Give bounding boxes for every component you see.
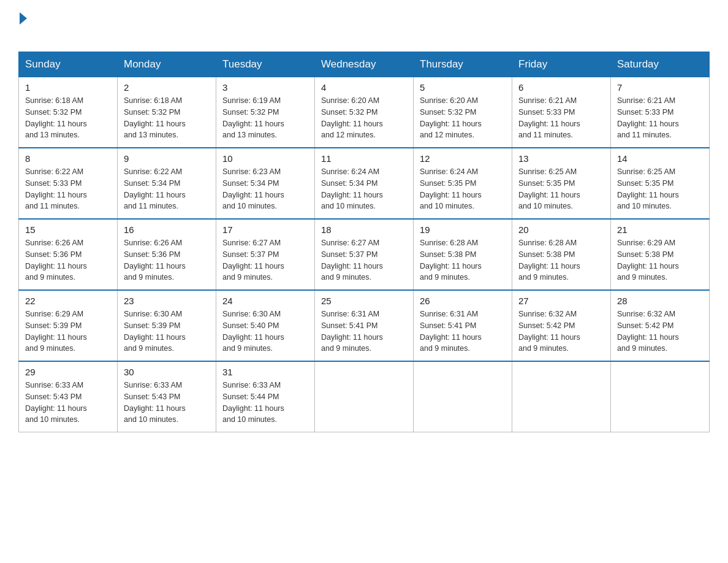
day-info: Sunrise: 6:30 AMSunset: 5:39 PMDaylight:… [124,310,186,353]
day-info: Sunrise: 6:29 AMSunset: 5:39 PMDaylight:… [25,310,87,353]
calendar-week-row: 1 Sunrise: 6:18 AMSunset: 5:32 PMDayligh… [19,77,710,148]
day-info: Sunrise: 6:30 AMSunset: 5:40 PMDaylight:… [222,310,284,353]
weekday-header-monday: Monday [118,52,216,77]
day-info: Sunrise: 6:33 AMSunset: 5:43 PMDaylight:… [25,381,87,424]
calendar-cell: 29 Sunrise: 6:33 AMSunset: 5:43 PMDaylig… [19,361,118,432]
day-number: 24 [222,296,308,306]
day-info: Sunrise: 6:26 AMSunset: 5:36 PMDaylight:… [124,239,186,282]
day-info: Sunrise: 6:25 AMSunset: 5:35 PMDaylight:… [518,167,580,210]
calendar-cell: 6 Sunrise: 6:21 AMSunset: 5:33 PMDayligh… [512,77,611,148]
calendar-cell: 28 Sunrise: 6:32 AMSunset: 5:42 PMDaylig… [611,290,710,361]
day-number: 28 [617,296,703,306]
day-number: 30 [124,367,210,377]
calendar-cell: 15 Sunrise: 6:26 AMSunset: 5:36 PMDaylig… [19,219,118,290]
calendar-cell: 30 Sunrise: 6:33 AMSunset: 5:43 PMDaylig… [118,361,216,432]
calendar-cell: 8 Sunrise: 6:22 AMSunset: 5:33 PMDayligh… [19,148,118,219]
calendar-cell: 13 Sunrise: 6:25 AMSunset: 5:35 PMDaylig… [512,148,611,219]
calendar-table: SundayMondayTuesdayWednesdayThursdayFrid… [18,52,710,432]
day-number: 1 [25,82,111,93]
calendar-cell: 21 Sunrise: 6:29 AMSunset: 5:38 PMDaylig… [611,219,710,290]
weekday-header-row: SundayMondayTuesdayWednesdayThursdayFrid… [19,52,710,77]
calendar-cell [414,361,512,432]
day-info: Sunrise: 6:22 AMSunset: 5:33 PMDaylight:… [25,167,87,210]
day-info: Sunrise: 6:32 AMSunset: 5:42 PMDaylight:… [617,310,679,353]
day-info: Sunrise: 6:33 AMSunset: 5:43 PMDaylight:… [124,381,186,424]
day-number: 7 [617,82,703,93]
calendar-cell: 23 Sunrise: 6:30 AMSunset: 5:39 PMDaylig… [118,290,216,361]
calendar-cell: 25 Sunrise: 6:31 AMSunset: 5:41 PMDaylig… [315,290,414,361]
calendar-cell: 12 Sunrise: 6:24 AMSunset: 5:35 PMDaylig… [414,148,512,219]
logo-arrow-icon [20,12,27,25]
calendar-cell: 31 Sunrise: 6:33 AMSunset: 5:44 PMDaylig… [216,361,315,432]
calendar-cell: 14 Sunrise: 6:25 AMSunset: 5:35 PMDaylig… [611,148,710,219]
day-info: Sunrise: 6:33 AMSunset: 5:44 PMDaylight:… [222,381,284,424]
day-info: Sunrise: 6:28 AMSunset: 5:38 PMDaylight:… [518,239,580,282]
weekday-header-wednesday: Wednesday [315,52,414,77]
calendar-cell: 2 Sunrise: 6:18 AMSunset: 5:32 PMDayligh… [118,77,216,148]
calendar-cell [512,361,611,432]
day-number: 29 [25,367,111,377]
calendar-cell: 19 Sunrise: 6:28 AMSunset: 5:38 PMDaylig… [414,219,512,290]
day-info: Sunrise: 6:31 AMSunset: 5:41 PMDaylight:… [321,310,383,353]
day-number: 31 [222,367,308,377]
day-info: Sunrise: 6:29 AMSunset: 5:38 PMDaylight:… [617,239,679,282]
day-number: 26 [420,296,506,306]
day-number: 2 [124,82,210,93]
weekday-header-tuesday: Tuesday [216,52,315,77]
day-number: 22 [25,296,111,306]
weekday-header-sunday: Sunday [19,52,118,77]
day-number: 21 [617,224,703,235]
day-info: Sunrise: 6:32 AMSunset: 5:42 PMDaylight:… [518,310,580,353]
day-info: Sunrise: 6:18 AMSunset: 5:32 PMDaylight:… [25,96,87,139]
weekday-header-saturday: Saturday [611,52,710,77]
weekday-header-friday: Friday [512,52,611,77]
calendar-cell: 4 Sunrise: 6:20 AMSunset: 5:32 PMDayligh… [315,77,414,148]
day-info: Sunrise: 6:28 AMSunset: 5:38 PMDaylight:… [420,239,482,282]
calendar-week-row: 15 Sunrise: 6:26 AMSunset: 5:36 PMDaylig… [19,219,710,290]
day-info: Sunrise: 6:21 AMSunset: 5:33 PMDaylight:… [617,96,679,139]
calendar-cell: 7 Sunrise: 6:21 AMSunset: 5:33 PMDayligh… [611,77,710,148]
page-header [18,12,710,40]
calendar-cell: 20 Sunrise: 6:28 AMSunset: 5:38 PMDaylig… [512,219,611,290]
calendar-cell: 26 Sunrise: 6:31 AMSunset: 5:41 PMDaylig… [414,290,512,361]
day-info: Sunrise: 6:20 AMSunset: 5:32 PMDaylight:… [420,96,482,139]
day-number: 5 [420,82,506,93]
day-info: Sunrise: 6:24 AMSunset: 5:34 PMDaylight:… [321,167,383,210]
day-number: 20 [518,224,604,235]
calendar-cell [611,361,710,432]
day-number: 6 [518,82,604,93]
calendar-cell: 18 Sunrise: 6:27 AMSunset: 5:37 PMDaylig… [315,219,414,290]
calendar-week-row: 22 Sunrise: 6:29 AMSunset: 5:39 PMDaylig… [19,290,710,361]
day-number: 15 [25,224,111,235]
weekday-header-thursday: Thursday [414,52,512,77]
calendar-cell [315,361,414,432]
day-number: 18 [321,224,407,235]
day-info: Sunrise: 6:27 AMSunset: 5:37 PMDaylight:… [222,239,284,282]
day-number: 3 [222,82,308,93]
day-number: 9 [124,153,210,164]
calendar-cell: 9 Sunrise: 6:22 AMSunset: 5:34 PMDayligh… [118,148,216,219]
day-number: 19 [420,224,506,235]
calendar-cell: 3 Sunrise: 6:19 AMSunset: 5:32 PMDayligh… [216,77,315,148]
day-number: 12 [420,153,506,164]
day-info: Sunrise: 6:18 AMSunset: 5:32 PMDaylight:… [124,96,186,139]
calendar-cell: 17 Sunrise: 6:27 AMSunset: 5:37 PMDaylig… [216,219,315,290]
logo [18,12,28,40]
day-number: 17 [222,224,308,235]
day-info: Sunrise: 6:25 AMSunset: 5:35 PMDaylight:… [617,167,679,210]
day-info: Sunrise: 6:26 AMSunset: 5:36 PMDaylight:… [25,239,87,282]
day-number: 10 [222,153,308,164]
day-number: 16 [124,224,210,235]
day-info: Sunrise: 6:23 AMSunset: 5:34 PMDaylight:… [222,167,284,210]
day-number: 27 [518,296,604,306]
day-number: 8 [25,153,111,164]
calendar-cell: 24 Sunrise: 6:30 AMSunset: 5:40 PMDaylig… [216,290,315,361]
day-number: 14 [617,153,703,164]
day-number: 13 [518,153,604,164]
day-number: 4 [321,82,407,93]
calendar-cell: 16 Sunrise: 6:26 AMSunset: 5:36 PMDaylig… [118,219,216,290]
calendar-cell: 22 Sunrise: 6:29 AMSunset: 5:39 PMDaylig… [19,290,118,361]
day-info: Sunrise: 6:19 AMSunset: 5:32 PMDaylight:… [222,96,284,139]
calendar-cell: 11 Sunrise: 6:24 AMSunset: 5:34 PMDaylig… [315,148,414,219]
day-number: 11 [321,153,407,164]
